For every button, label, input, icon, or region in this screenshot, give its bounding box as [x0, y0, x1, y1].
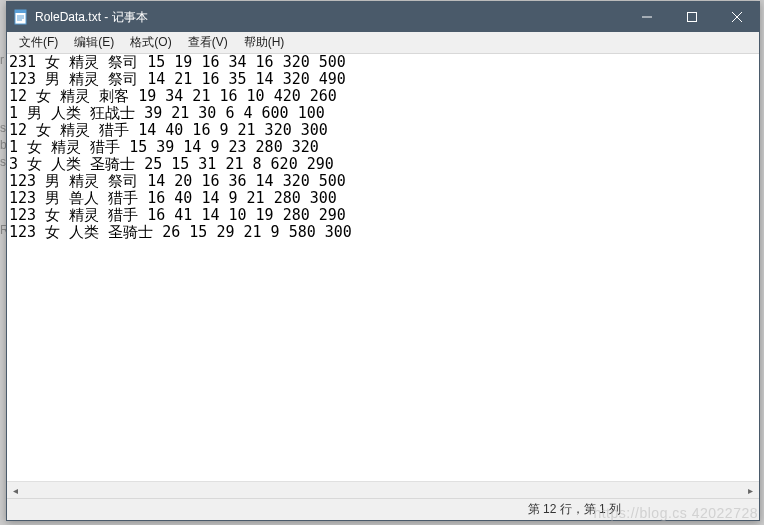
cursor-position: 第 12 行，第 1 列 [510, 501, 639, 518]
notepad-icon [13, 9, 29, 25]
window-title: RoleData.txt - 记事本 [35, 9, 624, 26]
scrollbar-track[interactable] [24, 482, 742, 498]
menu-edit[interactable]: 编辑(E) [66, 32, 122, 53]
scroll-right-icon[interactable]: ▸ [742, 482, 759, 499]
menu-view[interactable]: 查看(V) [180, 32, 236, 53]
menubar: 文件(F) 编辑(E) 格式(O) 查看(V) 帮助(H) [7, 32, 759, 54]
notepad-window: RoleData.txt - 记事本 文件(F) 编辑(E) 格式(O) 查看(… [6, 1, 760, 521]
menu-help[interactable]: 帮助(H) [236, 32, 293, 53]
titlebar[interactable]: RoleData.txt - 记事本 [7, 2, 759, 32]
scroll-left-icon[interactable]: ◂ [7, 482, 24, 499]
menu-file[interactable]: 文件(F) [11, 32, 66, 53]
maximize-button[interactable] [669, 2, 714, 32]
menu-format[interactable]: 格式(O) [122, 32, 179, 53]
minimize-button[interactable] [624, 2, 669, 32]
window-controls [624, 2, 759, 32]
close-button[interactable] [714, 2, 759, 32]
svg-rect-1 [15, 10, 26, 13]
statusbar: 第 12 行，第 1 列 [7, 498, 759, 520]
content-area: 231 女 精灵 祭司 15 19 16 34 16 320 500 123 男… [7, 54, 759, 498]
svg-rect-6 [687, 13, 696, 22]
horizontal-scrollbar[interactable]: ◂ ▸ [7, 481, 759, 498]
text-editor[interactable]: 231 女 精灵 祭司 15 19 16 34 16 320 500 123 男… [7, 54, 759, 480]
